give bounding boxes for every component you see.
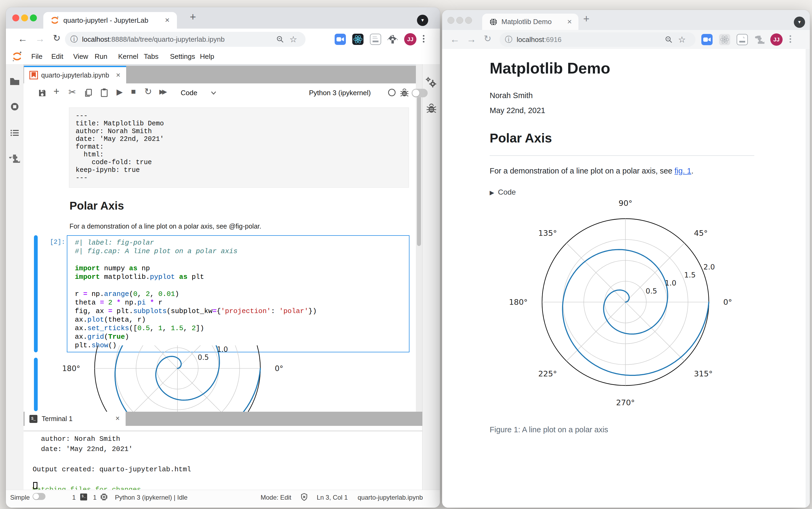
close-traffic-light[interactable] xyxy=(12,14,19,22)
kernel-chip-icon[interactable] xyxy=(100,493,108,501)
minimize-traffic-light[interactable] xyxy=(456,17,463,24)
menu-settings[interactable]: Settings xyxy=(170,49,195,64)
svg-text:0.5: 0.5 xyxy=(646,287,657,295)
run-cell-icon[interactable]: ▶ xyxy=(116,87,123,97)
profile-avatar[interactable]: JJ xyxy=(770,33,783,46)
cut-cells-icon[interactable]: ✂ xyxy=(68,87,76,97)
figure-link[interactable]: fig. 1 xyxy=(675,167,692,175)
zoom-extension-icon[interactable] xyxy=(334,34,346,45)
terminal-tab[interactable]: $_ Terminal 1 × xyxy=(25,412,126,426)
forward-icon[interactable]: → xyxy=(35,33,45,44)
copy-cells-icon[interactable] xyxy=(84,88,93,97)
site-info-icon[interactable]: ⓘ xyxy=(505,32,513,47)
scrollbar-thumb[interactable] xyxy=(417,96,421,246)
notebook-tab[interactable]: quarto-jupyterlab.ipynb × xyxy=(24,66,126,83)
simple-mode-toggle[interactable] xyxy=(33,493,45,500)
react-devtools-extension-icon[interactable] xyxy=(719,34,730,45)
running-kernels-icon[interactable] xyxy=(9,101,20,112)
input-collapser[interactable] xyxy=(34,235,38,352)
cursor-position[interactable]: Ln 3, Col 1 xyxy=(317,494,348,501)
terminal-content[interactable]: author: Norah Smith date: 'May 22nd, 202… xyxy=(24,426,422,490)
profile-avatar[interactable]: JJ xyxy=(404,33,416,45)
zoom-out-icon[interactable] xyxy=(665,36,673,43)
code-editor[interactable]: #| label: fig-polar#| fig.cap: A line pl… xyxy=(67,236,409,350)
url-text[interactable]: localhost:6916 xyxy=(517,32,562,47)
back-icon[interactable]: ← xyxy=(18,33,28,44)
new-tab-button[interactable]: + xyxy=(583,13,589,25)
back-icon[interactable]: ← xyxy=(450,34,460,45)
menu-tabs[interactable]: Tabs xyxy=(144,49,158,64)
restart-kernel-icon[interactable]: ↻ xyxy=(144,86,152,97)
notebook-tab-close-icon[interactable]: × xyxy=(116,67,120,83)
zoom-extension-icon[interactable] xyxy=(701,34,713,45)
toolbar-toggle[interactable] xyxy=(412,89,428,97)
markdown-paragraph[interactable]: For a demonstration of a line plot on a … xyxy=(70,223,261,230)
page-scrollbar[interactable] xyxy=(806,49,810,508)
tab-close-icon[interactable]: × xyxy=(165,12,170,29)
address-bar[interactable]: ⓘ localhost:6916 ☆ xyxy=(499,32,696,47)
tab-close-icon[interactable]: × xyxy=(567,13,572,30)
menu-help[interactable]: Help xyxy=(200,49,214,64)
browser-menu-icon[interactable] xyxy=(423,35,424,44)
bookmark-star-icon[interactable]: ☆ xyxy=(289,32,297,47)
mode-indicator[interactable]: Mode: Edit xyxy=(260,494,291,501)
preview-browser-window: Matplotlib Demo × + ▼ ← → ↻ ⓘ localhost:… xyxy=(442,10,810,508)
reload-icon[interactable]: ↻ xyxy=(484,33,492,44)
minimize-traffic-light[interactable] xyxy=(21,14,28,22)
close-traffic-light[interactable] xyxy=(448,17,454,24)
zoom-traffic-light[interactable] xyxy=(30,14,37,22)
reload-icon[interactable]: ↻ xyxy=(53,33,61,43)
stop-kernel-icon[interactable]: ■ xyxy=(131,87,136,96)
browser-tab[interactable]: quarto-jupyterl - JupyterLab × xyxy=(43,12,177,29)
zoom-traffic-light[interactable] xyxy=(465,17,472,24)
browser-tab[interactable]: Matplotlib Demo × xyxy=(482,13,578,30)
add-cell-icon[interactable]: + xyxy=(54,86,59,97)
debugger-toggle-bug-icon[interactable] xyxy=(400,88,409,97)
tab-search-button[interactable]: ▼ xyxy=(794,16,805,28)
terminal-tabbar: $_ Terminal 1 × xyxy=(24,412,422,426)
cell-type-chevron-icon[interactable] xyxy=(211,91,216,95)
menu-view[interactable]: View xyxy=(73,49,88,64)
address-bar[interactable]: ⓘ localhost:8888/lab/tree/quarto-jupyter… xyxy=(65,32,306,47)
save-icon[interactable] xyxy=(37,88,47,98)
kernels-count[interactable]: 1 xyxy=(93,494,97,501)
debugger-bug-icon[interactable] xyxy=(426,103,437,114)
new-tab-button[interactable]: + xyxy=(190,11,196,23)
zoom-out-icon[interactable] xyxy=(276,35,284,43)
terminals-icon[interactable]: $_ xyxy=(80,494,87,501)
menu-edit[interactable]: Edit xyxy=(51,49,63,64)
statusbar-filename[interactable]: quarto-jupyterlab.ipynb xyxy=(358,494,423,501)
kernel-status-text[interactable]: Python 3 (ipykernel) | Idle xyxy=(115,494,188,501)
browser-menu-icon[interactable] xyxy=(789,35,791,44)
property-inspector-gears-icon[interactable] xyxy=(426,77,437,88)
terminals-count[interactable]: 1 xyxy=(72,494,76,501)
cell-type-select[interactable]: Code xyxy=(181,83,197,102)
forward-icon[interactable]: → xyxy=(467,34,476,45)
notes-extension-icon[interactable] xyxy=(370,34,381,45)
kernel-status-circle-icon[interactable] xyxy=(388,89,396,96)
react-devtools-extension-icon[interactable] xyxy=(352,34,363,45)
puzzle-extensions-icon[interactable] xyxy=(388,34,398,44)
restart-run-all-icon[interactable]: ▶▶ xyxy=(159,88,165,96)
site-info-icon[interactable]: ⓘ xyxy=(70,32,78,47)
menu-file[interactable]: File xyxy=(31,49,42,64)
markdown-heading[interactable]: Polar Axis xyxy=(70,199,124,212)
notification-shield-icon[interactable] xyxy=(300,493,309,501)
kernel-name[interactable]: Python 3 (ipykernel) xyxy=(309,83,371,102)
terminal-divider xyxy=(24,431,422,431)
menu-kernel[interactable]: Kernel xyxy=(118,49,138,64)
paste-cells-icon[interactable] xyxy=(99,88,109,97)
puzzle-extensions-icon[interactable] xyxy=(754,34,765,45)
notes-extension-icon[interactable] xyxy=(737,34,748,45)
url-text[interactable]: localhost:8888/lab/tree/quarto-jupyterla… xyxy=(82,32,224,47)
menu-run[interactable]: Run xyxy=(95,49,107,64)
polar-plot-figure: 0°45°90°135°180°225°270°315°0.51.01.52.0 xyxy=(500,176,751,428)
tab-search-button[interactable]: ▼ xyxy=(417,15,428,26)
terminal-tab-close-icon[interactable]: × xyxy=(115,412,120,426)
extension-manager-icon[interactable] xyxy=(9,153,20,164)
bookmark-star-icon[interactable]: ☆ xyxy=(678,32,686,47)
yaml-raw-cell[interactable]: --- title: Matplotlib Demo author: Norah… xyxy=(69,107,409,188)
code-cell[interactable]: #| label: fig-polar#| fig.cap: A line pl… xyxy=(67,235,410,352)
table-of-contents-icon[interactable] xyxy=(9,127,20,138)
file-browser-icon[interactable] xyxy=(9,76,20,87)
